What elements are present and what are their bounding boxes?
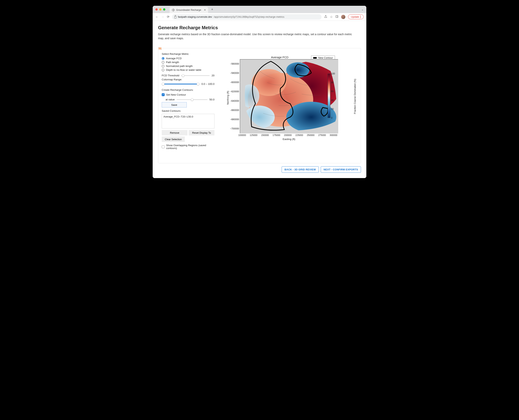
update-label: Update	[351, 15, 359, 18]
saved-contours-listbox[interactable]: Average_FCD--T20--L50.0	[162, 114, 214, 128]
svg-point-2	[159, 47, 161, 48]
chart-title: Average FCD	[219, 56, 358, 59]
svg-point-4	[159, 47, 159, 47]
checkbox-icon	[162, 93, 165, 96]
radio-label: Average FCD	[166, 57, 182, 60]
metric-radio-average-fcd[interactable]: Average FCD	[162, 57, 214, 60]
maximize-window-button[interactable]	[163, 8, 165, 11]
list-item[interactable]: Average_FCD--T20--L50.0	[163, 115, 213, 118]
checkbox-label: Show Overlapping Regions (saved contours…	[166, 144, 214, 150]
back-step-button[interactable]: BACK - 3D GRID REVIEW	[282, 166, 319, 173]
radio-label: Path length	[166, 61, 179, 64]
metric-radio-depth-to-no-flow[interactable]: Depth to no-flow or water table	[162, 68, 214, 71]
colormap-range-value: 0.0 – 100.0	[201, 82, 214, 85]
new-tab-button[interactable]: +	[211, 8, 213, 12]
select-metric-label: Select Recharge Metric	[162, 52, 214, 55]
widget-card: Select Recharge Metric Average FCD Path …	[158, 48, 361, 163]
toolbar-right: ☆ Update	[324, 15, 364, 19]
page-content: Generate Recharge Metrics Generate recha…	[153, 21, 366, 178]
at-value-slider[interactable]	[177, 99, 207, 100]
minimize-window-button[interactable]	[159, 8, 162, 11]
controls-panel: Select Recharge Metric Average FCD Path …	[161, 51, 215, 151]
jupyter-icon	[158, 46, 162, 51]
browser-tab[interactable]: Groundwater Recharge ×	[170, 7, 208, 13]
page-title: Generate Recharge Metrics	[158, 25, 361, 30]
set-new-contour-checkbox[interactable]: Set New Contour	[162, 93, 214, 96]
reload-button[interactable]: ⟳	[167, 15, 169, 19]
tabs-dropdown-button[interactable]: ⌄	[361, 8, 364, 11]
y-axis-ticks: −560000−580000−600000−620000−640000−6600…	[228, 59, 240, 133]
checkbox-label: Set New Contour	[166, 93, 186, 96]
browser-toolbar: ← → ⟳ fastpath-staging.curvenote.dev/app…	[153, 13, 366, 21]
forward-button[interactable]: →	[161, 15, 164, 19]
radio-icon	[162, 65, 164, 68]
profile-avatar[interactable]	[341, 15, 345, 19]
radio-label: Normalized path length	[166, 65, 193, 68]
metric-radio-path-length[interactable]: Path length	[162, 61, 214, 64]
x-axis-label: Easting (ft)	[240, 138, 338, 141]
radio-icon	[162, 69, 164, 71]
save-button[interactable]: Save	[162, 102, 187, 107]
tab-title: Groundwater Recharge	[176, 9, 201, 11]
chart-area: New Contour Average FCD Northing (ft) −5…	[219, 51, 358, 136]
fcd-threshold-label: FCD Threshold	[162, 74, 179, 77]
close-window-button[interactable]	[155, 8, 158, 11]
update-button[interactable]: Update	[348, 15, 364, 19]
back-button[interactable]: ←	[155, 15, 158, 19]
page-description: Generate recharge metrics based on the 3…	[158, 32, 354, 40]
fcd-threshold-value: 20	[212, 74, 214, 77]
sidepanel-icon[interactable]	[335, 15, 338, 19]
colorbar: 020406080100 Fraction Coarse Dominated (…	[328, 74, 345, 119]
legend-swatch	[313, 57, 317, 59]
window-controls	[155, 8, 165, 11]
show-overlap-checkbox[interactable]: Show Overlapping Regions (saved contours…	[162, 144, 214, 150]
lock-icon	[174, 16, 176, 18]
colormap-label: Colormap Range:	[162, 78, 214, 81]
saved-contours-label: Saved Contours:	[162, 109, 214, 112]
save-label: Save	[171, 104, 177, 106]
globe-icon	[172, 9, 175, 11]
step-nav: BACK - 3D GRID REVIEW NEXT - CONFIRM EXP…	[158, 166, 361, 173]
chart-axes: Northing (ft) −560000−580000−600000−6200…	[228, 59, 348, 136]
svg-point-3	[159, 49, 161, 49]
fcd-threshold-slider[interactable]	[181, 75, 210, 76]
browser-window: Groundwater Recharge × + ⌄ ← → ⟳ fastpat…	[153, 6, 366, 178]
colorbar-label: Fraction Coarse Dominated (%)	[353, 79, 356, 114]
at-value-label: at value	[166, 98, 175, 101]
fcd-threshold-row: FCD Threshold 20	[162, 74, 214, 77]
colormap-range-slider[interactable]	[162, 84, 199, 84]
next-step-button[interactable]: NEXT - CONFIRM EXPORTS	[321, 166, 361, 173]
url-host: fastpath-staging.curvenote.dev	[178, 15, 212, 18]
tab-close-button[interactable]: ×	[204, 8, 206, 12]
svg-point-5	[161, 49, 162, 50]
contours-label: Create Recharge Contours:	[162, 89, 214, 91]
url-bar[interactable]: fastpath-staging.curvenote.dev/app/simul…	[172, 14, 321, 20]
window-titlebar: Groundwater Recharge × + ⌄	[153, 6, 366, 13]
url-path: /app/simulation/ySpT1NUJ8Bkp3sq8TiZq/ste…	[214, 15, 284, 18]
remove-button[interactable]: Remove	[162, 130, 187, 135]
legend-label: New Contour	[318, 56, 333, 59]
colorbar-gradient	[328, 74, 330, 118]
radio-icon	[162, 57, 164, 60]
menu-icon	[360, 15, 361, 18]
reset-display-button[interactable]: Reset Display To	[189, 130, 214, 135]
share-icon[interactable]	[324, 15, 327, 19]
at-value-value: 50.0	[209, 98, 214, 101]
svg-rect-0	[336, 15, 338, 17]
radio-label: Depth to no-flow or water table	[166, 68, 201, 71]
heatmap-plot[interactable]	[240, 59, 338, 133]
radio-icon	[162, 61, 164, 64]
checkbox-icon	[162, 145, 165, 148]
metric-radio-normalized-path-length[interactable]: Normalized path length	[162, 65, 214, 68]
clear-selection-button[interactable]: Clear Selection	[162, 136, 185, 142]
star-icon[interactable]: ☆	[330, 15, 333, 19]
